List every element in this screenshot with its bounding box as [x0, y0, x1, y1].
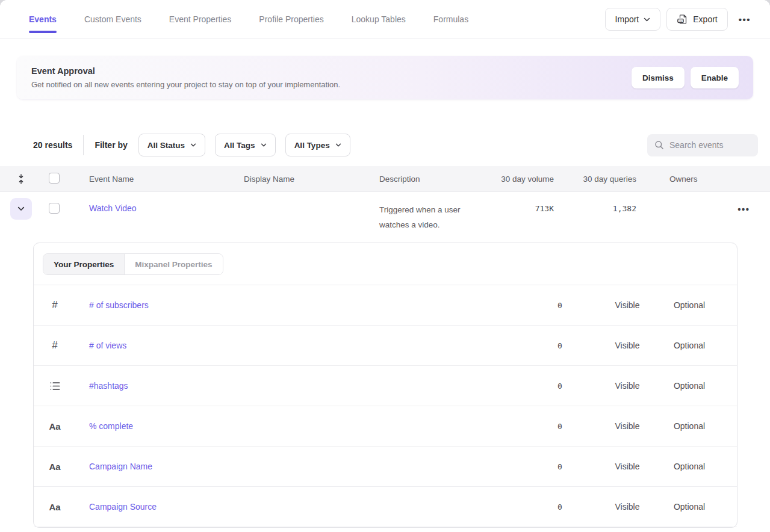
list-icon — [34, 382, 76, 391]
chevron-down-icon — [17, 206, 25, 211]
property-row: #hashtags 0 Visible Optional — [34, 366, 737, 406]
nav-actions: Import csv Export ••• — [605, 8, 756, 31]
dismiss-button[interactable]: Dismiss — [632, 67, 685, 88]
tab-lookup-tables[interactable]: Lookup Tables — [352, 0, 406, 39]
import-button-label: Import — [615, 14, 639, 24]
enable-button[interactable]: Enable — [691, 67, 739, 88]
column-display-name: Display Name — [244, 175, 379, 184]
property-query-count: 0 — [518, 301, 602, 310]
property-name-link[interactable]: % complete — [89, 421, 133, 431]
tags-filter-dropdown[interactable]: All Tags — [215, 134, 276, 156]
results-count: 20 results — [33, 140, 72, 150]
property-visibility: Visible — [602, 381, 653, 391]
tab-events[interactable]: Events — [29, 0, 57, 39]
chevron-down-icon — [335, 143, 341, 147]
banner-actions: Dismiss Enable — [632, 67, 739, 88]
number-icon: # — [34, 299, 76, 311]
status-filter-dropdown[interactable]: All Status — [138, 134, 205, 156]
property-name-link[interactable]: Campaign Source — [89, 502, 157, 512]
property-visibility: Visible — [602, 421, 653, 431]
banner-description: Get notified on all new events entering … — [31, 80, 619, 89]
tab-mixpanel-properties[interactable]: Mixpanel Properties — [125, 254, 222, 274]
row-checkbox[interactable] — [49, 203, 60, 214]
property-query-count: 0 — [518, 422, 602, 431]
chevron-down-icon — [190, 143, 196, 147]
banner-text: Event Approval Get notified on all new e… — [31, 66, 619, 89]
event-name-link[interactable]: Watch Video — [89, 203, 137, 213]
csv-file-icon: csv — [677, 14, 688, 25]
collapse-row-button[interactable] — [10, 198, 32, 220]
tab-event-properties[interactable]: Event Properties — [169, 0, 232, 39]
property-requirement: Optional — [653, 381, 726, 391]
property-query-count: 0 — [518, 382, 602, 391]
text-icon: Aa — [34, 421, 76, 431]
property-requirement: Optional — [653, 300, 726, 310]
tab-custom-events[interactable]: Custom Events — [84, 0, 141, 39]
property-name-link[interactable]: Campaign Name — [89, 462, 152, 471]
number-icon: # — [34, 339, 76, 351]
select-all-checkbox[interactable] — [49, 173, 60, 184]
row-more-horizontal-icon[interactable]: ••• — [733, 200, 754, 218]
property-name-link[interactable]: # of subscribers — [89, 300, 149, 310]
chevron-down-icon — [261, 143, 267, 147]
property-query-count: 0 — [518, 462, 602, 471]
events-table-header: Event Name Display Name Description 30 d… — [0, 166, 770, 192]
types-filter-dropdown[interactable]: All Types — [285, 134, 350, 156]
banner-title: Event Approval — [31, 66, 619, 76]
property-row: Aa Campaign Source 0 Visible Optional — [34, 487, 737, 527]
tab-formulas[interactable]: Formulas — [433, 0, 468, 39]
import-button[interactable]: Import — [605, 8, 661, 31]
property-requirement: Optional — [653, 462, 726, 471]
property-requirement: Optional — [653, 341, 726, 350]
status-filter-label: All Status — [147, 141, 185, 150]
property-visibility: Visible — [602, 341, 653, 350]
property-query-count: 0 — [518, 341, 602, 350]
column-30-day-queries: 30 day queries — [554, 175, 636, 184]
lexicon-page: Events Custom Events Event Properties Pr… — [0, 0, 770, 532]
property-name-link[interactable]: #hashtags — [89, 381, 128, 391]
text-icon: Aa — [34, 502, 76, 512]
column-30-day-volume: 30 day volume — [494, 175, 554, 184]
column-description: Description — [379, 175, 494, 184]
types-filter-label: All Types — [294, 141, 330, 150]
more-horizontal-icon[interactable]: ••• — [734, 11, 756, 28]
tab-your-properties[interactable]: Your Properties — [43, 254, 125, 274]
event-30-day-volume: 713K — [494, 198, 554, 213]
export-button-label: Export — [693, 14, 717, 24]
search-input[interactable] — [669, 140, 751, 150]
column-event-name: Event Name — [89, 175, 244, 184]
text-icon: Aa — [34, 462, 76, 472]
chevron-down-icon — [644, 17, 650, 22]
property-visibility: Visible — [602, 502, 653, 512]
search-icon — [654, 140, 664, 150]
property-row: Aa Campaign Name 0 Visible Optional — [34, 447, 737, 487]
properties-tabs: Your Properties Mixpanel Properties — [34, 243, 737, 285]
tab-profile-properties[interactable]: Profile Properties — [259, 0, 323, 39]
filter-row: 20 results Filter by All Status All Tags… — [33, 134, 758, 156]
tags-filter-label: All Tags — [224, 141, 255, 150]
collapse-all-icon[interactable] — [16, 173, 26, 185]
property-row: # # of views 0 Visible Optional — [34, 326, 737, 366]
property-row: # # of subscribers 0 Visible Optional — [34, 285, 737, 326]
column-owners: Owners — [636, 175, 718, 184]
svg-text:csv: csv — [679, 19, 683, 22]
event-description: Triggered when a user watches a video. — [379, 198, 494, 232]
filter-by-label: Filter by — [95, 140, 127, 150]
properties-segmented-control: Your Properties Mixpanel Properties — [43, 253, 223, 275]
property-requirement: Optional — [653, 502, 726, 512]
property-visibility: Visible — [602, 462, 653, 471]
export-button[interactable]: csv Export — [666, 8, 727, 31]
table-row: Watch Video Triggered when a user watche… — [0, 192, 770, 239]
event-approval-banner: Event Approval Get notified on all new e… — [17, 56, 753, 99]
property-name-link[interactable]: # of views — [89, 341, 126, 350]
property-requirement: Optional — [653, 421, 726, 431]
top-navigation: Events Custom Events Event Properties Pr… — [0, 0, 770, 39]
search-box — [647, 134, 758, 156]
property-visibility: Visible — [602, 300, 653, 310]
property-row: Aa % complete 0 Visible Optional — [34, 406, 737, 447]
divider — [83, 135, 84, 155]
properties-panel: Your Properties Mixpanel Properties # # … — [33, 243, 737, 528]
event-30-day-queries: 1,382 — [554, 198, 636, 213]
property-query-count: 0 — [518, 503, 602, 512]
properties-list: # # of subscribers 0 Visible Optional # … — [34, 285, 737, 527]
